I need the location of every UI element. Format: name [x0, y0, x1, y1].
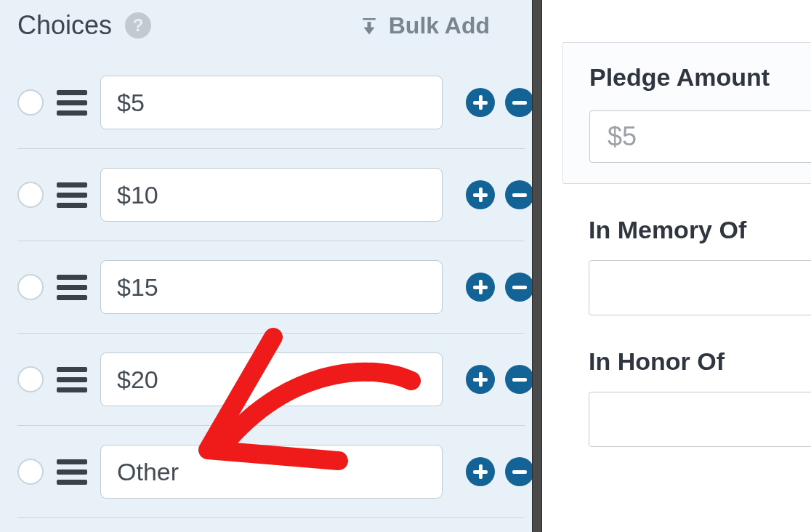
choices-panel: Choices ? Bulk Add	[0, 0, 542, 532]
default-radio[interactable]	[17, 366, 44, 392]
remove-choice-button[interactable]	[505, 457, 534, 486]
pledge-amount-card: Pledge Amount $5	[562, 42, 811, 184]
in-memory-input[interactable]	[589, 260, 811, 315]
choice-value-input[interactable]	[100, 260, 443, 314]
choice-value-input[interactable]	[100, 445, 443, 499]
choices-header: Choices ? Bulk Add	[17, 10, 525, 41]
in-honor-label: In Honor Of	[589, 347, 811, 376]
default-radio[interactable]	[17, 182, 44, 208]
drag-handle-icon[interactable]	[57, 459, 87, 485]
in-memory-label: In Memory Of	[589, 216, 811, 244]
choice-row	[17, 149, 525, 241]
remove-choice-button[interactable]	[505, 88, 534, 117]
in-honor-input[interactable]	[589, 392, 811, 447]
add-choice-button[interactable]	[466, 180, 495, 209]
preview-pane: Pledge Amount $5 In Memory Of In Honor O…	[542, 0, 811, 532]
choice-value-input[interactable]	[100, 76, 443, 129]
default-radio[interactable]	[17, 89, 44, 116]
download-icon	[358, 15, 380, 36]
drag-handle-icon[interactable]	[57, 275, 87, 300]
pledge-amount-label: Pledge Amount	[589, 63, 811, 92]
pledge-amount-select[interactable]: $5	[589, 110, 811, 163]
help-icon[interactable]: ?	[125, 12, 151, 39]
section-title: Choices	[17, 10, 112, 41]
pledge-amount-value: $5	[608, 121, 637, 152]
add-choice-button[interactable]	[466, 457, 495, 486]
choice-value-input[interactable]	[100, 168, 443, 222]
drag-handle-icon[interactable]	[57, 182, 87, 208]
drag-handle-icon[interactable]	[57, 90, 87, 116]
in-memory-field: In Memory Of	[589, 216, 811, 315]
add-choice-button[interactable]	[466, 88, 495, 117]
remove-choice-button[interactable]	[505, 273, 534, 302]
pane-divider[interactable]	[532, 0, 542, 532]
in-honor-field: In Honor Of	[589, 347, 811, 447]
default-radio[interactable]	[17, 459, 44, 485]
drag-handle-icon[interactable]	[57, 367, 87, 392]
bulk-add-button[interactable]: Bulk Add	[358, 12, 490, 39]
bulk-add-label: Bulk Add	[389, 12, 490, 39]
choice-row	[17, 241, 525, 334]
default-radio[interactable]	[17, 274, 44, 300]
choice-value-input[interactable]	[100, 352, 443, 406]
add-choice-button[interactable]	[466, 365, 495, 394]
remove-choice-button[interactable]	[505, 365, 534, 394]
add-choice-button[interactable]	[466, 273, 495, 302]
choice-row	[17, 426, 525, 518]
choice-row	[17, 57, 525, 149]
choice-row	[17, 334, 525, 426]
remove-choice-button[interactable]	[505, 180, 534, 209]
